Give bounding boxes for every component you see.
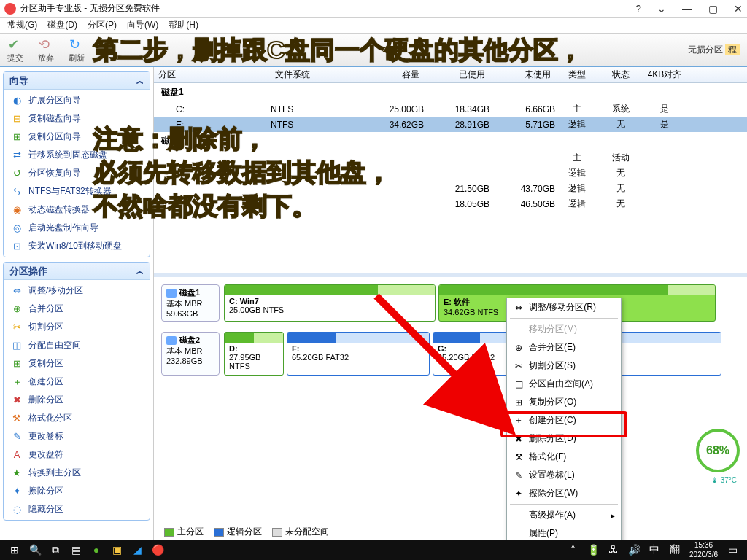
menu-help[interactable]: 帮助(H): [169, 19, 198, 31]
ops-item-1[interactable]: ⊕合并分区: [4, 300, 150, 318]
nav-label: 创建分区: [28, 376, 63, 388]
partition-box[interactable]: F:65.20GB FAT32: [287, 332, 430, 376]
ctx-item-1[interactable]: 移动分区(M): [507, 320, 621, 338]
search-button[interactable]: 🔍: [25, 544, 45, 556]
clock[interactable]: 15:362020/3/6: [689, 540, 718, 559]
menubar: 常规(G) 磁盘(D) 分区(P) 向导(W) 帮助(H): [0, 18, 747, 34]
nav-label: 扩展分区向导: [28, 94, 81, 106]
ctx-item-3[interactable]: ✂切割分区(S): [507, 357, 621, 375]
partition-box[interactable]: C: Win725.00GB NTFS: [224, 284, 436, 322]
ops-item-0[interactable]: ⇔调整/移动分区: [4, 281, 150, 300]
legend-unalloc-swatch: [272, 528, 282, 537]
menu-wizard[interactable]: 向导(W): [127, 19, 158, 31]
ops-item-4[interactable]: ⊞复制分区: [4, 354, 150, 373]
app3-button[interactable]: ◢: [127, 544, 147, 556]
ops-item-3[interactable]: ◫分配自由空间: [4, 336, 150, 354]
toolbar-extra-2: 程: [725, 44, 740, 55]
tray-up-icon[interactable]: ˄: [562, 544, 583, 556]
ctx-label: 移动分区(M): [529, 323, 577, 335]
notifications-button[interactable]: ▭: [722, 544, 743, 556]
help-btn[interactable]: ?: [635, 3, 641, 15]
disk-icon: [166, 289, 177, 298]
disk-info[interactable]: 磁盘2基本 MBR232.89GB: [161, 332, 220, 376]
col-partition[interactable]: 分区: [154, 69, 271, 81]
explorer-button[interactable]: ▤: [66, 544, 86, 556]
ops-item-2[interactable]: ✂切割分区: [4, 318, 150, 336]
ctx-item-2[interactable]: ⊕合并分区(E): [507, 338, 621, 357]
ops-item-12[interactable]: ◌隐藏分区: [4, 500, 150, 518]
ops-item-9[interactable]: A更改盘符: [4, 446, 150, 464]
ctx-item-4[interactable]: ◫分区自由空间(A): [507, 375, 621, 393]
col-capacity[interactable]: 容量: [358, 69, 424, 81]
context-menu: ⇔调整/移动分区(R)移动分区(M)⊕合并分区(E)✂切割分区(S)◫分区自由空…: [506, 298, 622, 543]
nav-label: 删除分区: [28, 394, 63, 406]
wizard-item-0[interactable]: ◐扩展分区向导: [4, 91, 150, 109]
nav-icon: ⊟: [11, 113, 23, 125]
ops-item-11[interactable]: ✦擦除分区: [4, 482, 150, 500]
col-type[interactable]: 类型: [555, 69, 599, 81]
commit-button[interactable]: 提交: [7, 36, 23, 63]
ctx-item-0[interactable]: ⇔调整/移动分区(R): [507, 298, 621, 316]
nav-label: 切割分区: [28, 321, 63, 333]
ime-trans[interactable]: 翻: [665, 543, 685, 556]
col-4k[interactable]: 4KB对齐: [643, 69, 686, 81]
toolbar-extra-1: 无损分区: [688, 44, 723, 55]
app1-button[interactable]: ●: [86, 544, 107, 556]
wizard-item-8[interactable]: ⊡安装Win8/10到移动硬盘: [4, 237, 150, 255]
ctx-item-8[interactable]: ⚒格式化(F): [507, 448, 621, 466]
ctx-item-11[interactable]: 高级操作(A)▸: [507, 506, 621, 524]
ctx-label: 调整/移动分区(R): [529, 301, 596, 314]
ctx-item-5[interactable]: ⊞复制分区(O): [507, 393, 621, 411]
table-row[interactable]: C:NTFS25.00GB18.34GB6.66GB主系统是: [154, 101, 747, 117]
performance-badge[interactable]: 68%: [696, 429, 740, 472]
taskview-button[interactable]: ⧉: [45, 544, 66, 556]
ctx-label: 合并分区(E): [529, 341, 576, 354]
ctx-icon: ⊞: [513, 397, 525, 408]
tray-network-icon[interactable]: 🖧: [603, 544, 624, 556]
disk-box: 磁盘2基本 MBR232.89GBD:27.95GB NTFSF:65.20GB…: [161, 332, 740, 376]
chevron-up-icon[interactable]: ︽: [136, 266, 144, 276]
refresh-button[interactable]: 刷新: [69, 36, 85, 63]
ops-item-8[interactable]: ✎更改卷标: [4, 427, 150, 446]
ctx-item-6[interactable]: ＋创建分区(C): [507, 411, 621, 429]
menu-partition[interactable]: 分区(P): [88, 19, 117, 31]
nav-icon: ✎: [11, 431, 23, 443]
discard-button[interactable]: 放弃: [38, 36, 54, 63]
partition-box[interactable]: D:27.95GB NTFS: [224, 332, 284, 376]
ops-item-10[interactable]: ★转换到主分区: [4, 464, 150, 482]
nav-label: 擦除分区: [28, 485, 63, 497]
start-button[interactable]: ⊞: [4, 544, 25, 556]
nav-label: 安装Win8/10到移动硬盘: [28, 240, 122, 252]
ops-item-6[interactable]: ✖删除分区: [4, 391, 150, 409]
nav-icon: ◫: [11, 340, 23, 351]
close-btn[interactable]: ✕: [734, 3, 743, 15]
ctx-item-10[interactable]: ✦擦除分区(W): [507, 484, 621, 502]
taskbar: ⊞ 🔍 ⧉ ▤ ● ▣ ◢ 🔴 ˄ 🔋 🖧 🔊 中 翻 15:362020/3/…: [0, 540, 747, 560]
minimize-btn[interactable]: —: [682, 3, 692, 15]
dropdown-btn[interactable]: ⌄: [657, 3, 666, 15]
chevron-up-icon[interactable]: ︽: [136, 76, 144, 86]
nav-icon: ⇆: [11, 186, 23, 198]
tray-volume-icon[interactable]: 🔊: [624, 544, 644, 556]
app2-button[interactable]: ▣: [107, 544, 127, 556]
tray-battery-icon[interactable]: 🔋: [583, 544, 603, 556]
col-status[interactable]: 状态: [599, 69, 643, 81]
ops-item-5[interactable]: ＋创建分区: [4, 373, 150, 391]
ime-cn[interactable]: 中: [644, 543, 665, 556]
temperature-reading: 🌡 37°C: [711, 476, 737, 484]
menu-general[interactable]: 常规(G): [7, 19, 37, 31]
ctx-icon: ⇔: [513, 303, 525, 313]
col-used[interactable]: 已使用: [424, 69, 489, 81]
maximize-btn[interactable]: ▢: [708, 3, 718, 15]
ops-item-7[interactable]: ⚒格式化分区: [4, 409, 150, 427]
nav-icon: ⚒: [11, 413, 23, 424]
col-free[interactable]: 未使用: [489, 69, 555, 81]
ctx-item-9[interactable]: ✎设置卷标(L): [507, 466, 621, 484]
app4-button[interactable]: 🔴: [147, 544, 168, 556]
col-filesystem[interactable]: 文件系统: [271, 69, 358, 81]
nav-label: 复制分区: [28, 357, 63, 370]
disk-info[interactable]: 磁盘1基本 MBR59.63GB: [161, 284, 220, 322]
menu-disk[interactable]: 磁盘(D): [47, 19, 77, 31]
ctx-item-7[interactable]: ✖删除分区(D): [507, 429, 621, 448]
nav-icon: ⇄: [11, 149, 23, 161]
